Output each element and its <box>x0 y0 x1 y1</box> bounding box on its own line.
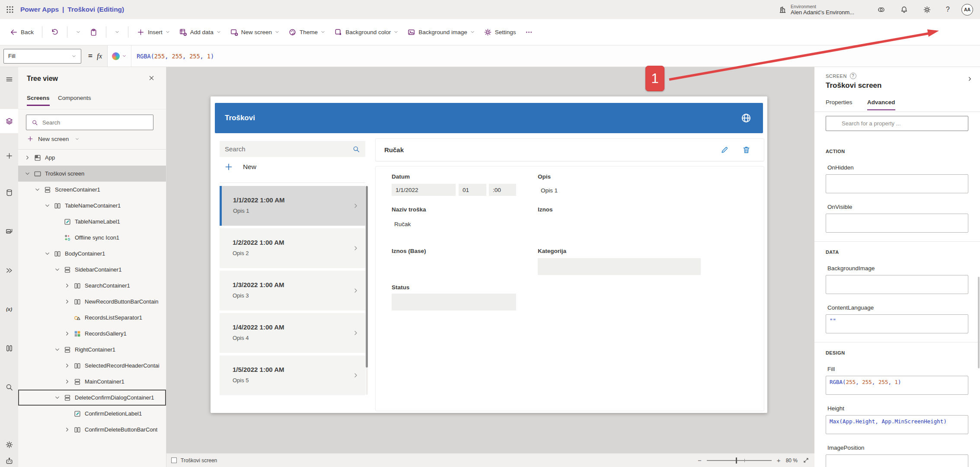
chevron-right-icon[interactable] <box>64 330 70 337</box>
property-input-imageposition[interactable] <box>826 454 968 467</box>
tree-item-rightcontainer1[interactable]: RightContainer1 <box>18 342 166 358</box>
tree-item-recordslistseparator1[interactable]: RecordsListSeparator1 <box>18 310 166 326</box>
environment-picker[interactable]: Environment Alen Adanić's Environm... <box>779 4 854 16</box>
tree-item-confirmdeletebuttonbarcont[interactable]: ConfirmDeleteButtonBarCont <box>18 422 166 438</box>
avatar[interactable]: AA <box>961 4 973 16</box>
chevron-down-icon[interactable] <box>54 346 61 353</box>
tree-search[interactable] <box>26 115 153 130</box>
toolbar-chev-down-icon-button[interactable] <box>72 27 84 37</box>
tree-search-input[interactable] <box>41 119 150 126</box>
toolbar-new-screen-button[interactable]: New screen <box>227 26 283 39</box>
record-list-item[interactable]: 1/5/2022 1:00 AMOpis 5 <box>220 355 365 395</box>
tree-item-app[interactable]: App <box>18 150 166 166</box>
scrollbar-thumb[interactable] <box>366 186 368 368</box>
rail-flow-button[interactable] <box>0 262 18 278</box>
tree-item-deleteconfirmdialogcontainer1[interactable]: DeleteConfirmDialogContainer1 <box>18 390 166 406</box>
chevron-down-icon[interactable] <box>54 266 61 273</box>
tree-item-tro-kovi-screen[interactable]: Troškovi screen <box>18 166 166 182</box>
app-search-box[interactable]: Search <box>220 141 365 157</box>
app-new-record-button[interactable]: New <box>224 162 256 172</box>
edit-pencil-icon[interactable] <box>720 145 729 154</box>
chevron-down-icon[interactable] <box>54 394 61 401</box>
chevron-down-icon[interactable] <box>44 202 51 209</box>
record-list-item[interactable]: 1/4/2022 1:00 AMOpis 4 <box>220 313 365 353</box>
field-value-naziv[interactable]: Ručak <box>394 221 411 227</box>
tab-advanced[interactable]: Advanced <box>867 99 895 110</box>
rail-media-button[interactable] <box>0 224 18 239</box>
toolbar-back-button[interactable]: Back <box>6 26 37 39</box>
notifications-bell-icon[interactable] <box>900 6 908 14</box>
app-header-bar[interactable]: Troškovi <box>215 103 763 133</box>
app-preview[interactable]: Troškovi Search New 1/1/2022 1:00 AMOpis… <box>211 96 767 413</box>
status-input[interactable] <box>392 294 516 310</box>
tab-components[interactable]: Components <box>58 95 91 105</box>
tree-item-confirmdeletionlabel1[interactable]: ConfirmDeletionLabel1 <box>18 406 166 422</box>
property-selector[interactable]: Fill <box>3 49 81 64</box>
chevron-right-icon[interactable] <box>24 154 31 161</box>
record-list-item[interactable]: 1/1/2022 1:00 AMOpis 1 <box>220 186 365 226</box>
tree-item-tablenamecontainer1[interactable]: TableNameContainer1 <box>18 198 166 214</box>
chevron-right-icon[interactable] <box>64 298 70 305</box>
help-icon[interactable]: ? <box>946 6 950 13</box>
zoom-slider-handle[interactable] <box>736 457 737 464</box>
zoom-slider[interactable] <box>707 457 772 464</box>
close-icon[interactable] <box>148 75 155 81</box>
formula-text[interactable]: RGBA(255, 255, 255, 1) <box>131 53 214 60</box>
fit-to-window-icon[interactable] <box>803 457 809 464</box>
settings-gear-icon[interactable] <box>923 6 931 14</box>
property-search-input[interactable] <box>841 120 964 127</box>
copilot-icon[interactable] <box>877 6 885 14</box>
toolbar-more-icon-button[interactable] <box>521 26 536 39</box>
tree-item-tablenamelabel1[interactable]: TableNameLabel1 <box>18 214 166 230</box>
tree-item-sidebarcontainer1[interactable]: SidebarContainer1 <box>18 262 166 278</box>
rail-data-button[interactable] <box>0 185 18 200</box>
tab-screens[interactable]: Screens <box>27 95 50 106</box>
chevron-right-icon[interactable] <box>64 426 70 433</box>
chevron-right-icon[interactable] <box>64 282 70 289</box>
rail-gear-button[interactable] <box>0 437 18 452</box>
collapse-panel-chevron-icon[interactable] <box>967 76 973 82</box>
datum-minute-input[interactable]: :00 <box>489 184 516 196</box>
tree-item-screencontainer1[interactable]: ScreenContainer1 <box>18 182 166 198</box>
chevron-right-icon[interactable] <box>64 378 70 385</box>
zoom-in-button[interactable]: + <box>777 457 781 464</box>
tree-item-offline-sync-icon1[interactable]: Offline sync Icon1 <box>18 230 166 246</box>
waffle-icon[interactable] <box>6 5 14 14</box>
rail-plus-button[interactable] <box>0 148 18 163</box>
tab-properties[interactable]: Properties <box>826 99 852 109</box>
rail-robot-button[interactable] <box>0 453 18 467</box>
property-input-backgroundimage[interactable] <box>826 275 968 294</box>
copilot-formula-button[interactable] <box>108 45 131 67</box>
field-value-opis[interactable]: Opis 1 <box>541 187 558 194</box>
zoom-out-button[interactable]: − <box>698 457 702 464</box>
chevron-down-icon[interactable] <box>34 186 41 193</box>
delete-trash-icon[interactable] <box>742 145 751 154</box>
toolbar-background-color-button[interactable]: Background color <box>331 26 402 39</box>
record-list-item[interactable]: 1/2/2022 1:00 AMOpis 2 <box>220 228 365 268</box>
help-circle-icon[interactable]: ? <box>850 73 856 79</box>
toolbar-clipboard-icon-button[interactable] <box>86 26 101 39</box>
tree-item-selectedrecordheadercontai[interactable]: SelectedRecordHeaderContai <box>18 358 166 374</box>
tree-item-maincontainer1[interactable]: MainContainer1 <box>18 374 166 390</box>
toolbar-background-image-button[interactable]: Background image <box>404 26 479 39</box>
toolbar-settings-button[interactable]: Settings <box>480 26 520 39</box>
property-input-fill[interactable]: RGBA(255, 255, 255, 1) <box>826 376 968 395</box>
datum-date-input[interactable]: 1/1/2022 <box>392 184 456 196</box>
property-input-height[interactable]: Max(App.Height, App.MinScreenHeight) <box>826 415 968 434</box>
formula-input-area[interactable]: RGBA(255, 255, 255, 1) <box>107 45 980 67</box>
rail-var-button[interactable]: (x) <box>0 301 18 317</box>
rail-tools-button[interactable] <box>0 340 18 356</box>
rail-search-button[interactable] <box>0 379 18 395</box>
chevron-right-icon[interactable] <box>64 362 70 369</box>
chevron-down-icon[interactable] <box>44 250 51 257</box>
tree-item-bodycontainer1[interactable]: BodyContainer1 <box>18 246 166 262</box>
property-search[interactable] <box>826 116 968 131</box>
chevron-down-icon[interactable] <box>24 170 31 177</box>
datum-hour-input[interactable]: 01 <box>459 184 486 196</box>
tree-item-newrecordbuttonbarcontain[interactable]: NewRecordButtonBarContain <box>18 294 166 310</box>
toolbar-theme-button[interactable]: Theme <box>285 26 329 39</box>
record-list-scrollbar[interactable] <box>366 186 368 395</box>
property-input-contentlanguage[interactable]: "" <box>826 314 968 333</box>
kategorija-input[interactable] <box>538 258 701 275</box>
record-list-item[interactable]: 1/3/2022 1:00 AMOpis 3 <box>220 271 365 310</box>
